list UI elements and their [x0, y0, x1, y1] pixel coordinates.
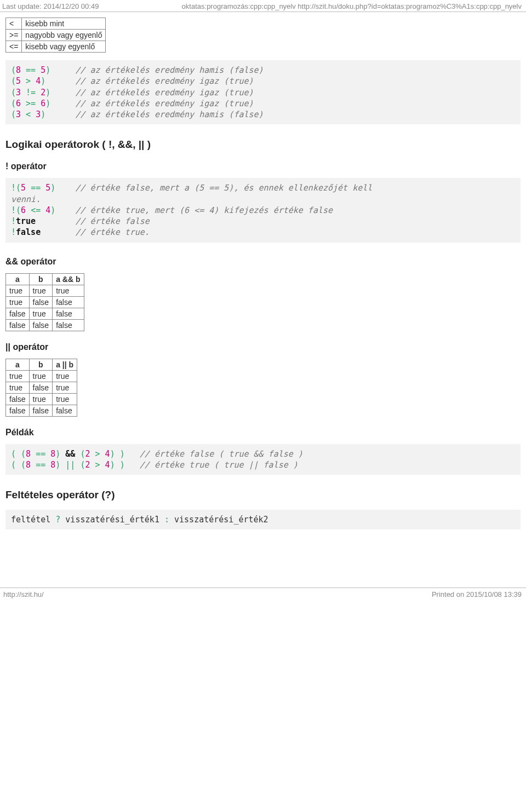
- comparison-operators-table: < kisebb mint >= nagyobb vagy egyenlő <=…: [5, 18, 106, 53]
- heading-conditional-operator: Feltételes operátor (?): [5, 489, 521, 501]
- heading-and-operator: && operátor: [5, 257, 521, 267]
- code-block-examples: ( (8 == 8) && (2 > 4) ) // értéke false …: [5, 444, 521, 475]
- desc-cell: nagyobb vagy egyenlő: [22, 30, 106, 41]
- heading-logical-operators: Logikai operátorok ( !, &&, || ): [5, 139, 521, 151]
- th-b: b: [29, 359, 53, 370]
- table-header-row: a b a && b: [6, 273, 84, 285]
- heading-not-operator: ! operátor: [5, 162, 521, 171]
- code-block-not: !(5 == 5) // értéke false, mert a (5 == …: [5, 178, 521, 242]
- table-row: truetruetrue: [6, 370, 77, 382]
- table-row: falsetruefalse: [6, 308, 84, 319]
- table-row: < kisebb mint: [6, 18, 106, 30]
- code-block-comparison: (8 == 5) // az értékelés eredmény hamis …: [5, 60, 521, 124]
- code-block-conditional: feltétel ? visszatérési_érték1 : visszat…: [5, 510, 521, 529]
- page-content: < kisebb mint >= nagyobb vagy egyenlő <=…: [0, 12, 526, 588]
- page-header: Last update: 2014/12/20 00:49 oktatas:pr…: [0, 0, 526, 12]
- op-cell: <=: [6, 41, 22, 53]
- heading-or-operator: || operátor: [5, 342, 521, 352]
- th-b: b: [29, 273, 53, 285]
- heading-examples: Példák: [5, 428, 521, 437]
- page-footer: http://szit.hu/ Printed on 2015/10/08 13…: [0, 588, 526, 602]
- table-row: falsefalsefalse: [6, 405, 77, 416]
- th-a: a: [6, 273, 30, 285]
- op-cell: <: [6, 18, 22, 30]
- footer-printed: Printed on 2015/10/08 13:39: [432, 590, 522, 598]
- table-row: falsetruetrue: [6, 393, 77, 405]
- th-result: a && b: [53, 273, 84, 285]
- table-header-row: a b a || b: [6, 359, 77, 370]
- and-truth-table: a b a && b truetruetrue truefalsefalse f…: [5, 273, 84, 331]
- desc-cell: kisebb vagy egyenlő: [22, 41, 106, 53]
- th-result: a || b: [53, 359, 77, 370]
- desc-cell: kisebb mint: [22, 18, 106, 30]
- th-a: a: [6, 359, 30, 370]
- table-row: >= nagyobb vagy egyenlő: [6, 30, 106, 41]
- last-update: Last update: 2014/12/20 00:49: [2, 2, 99, 10]
- table-row: truefalsetrue: [6, 382, 77, 393]
- table-row: falsefalsefalse: [6, 319, 84, 331]
- op-cell: >=: [6, 30, 22, 41]
- footer-url: http://szit.hu/: [3, 590, 44, 598]
- table-row: truefalsefalse: [6, 296, 84, 308]
- page-path: oktatas:programozás:cpp:cpp_nyelv http:/…: [182, 2, 522, 10]
- table-row: truetruetrue: [6, 285, 84, 296]
- or-truth-table: a b a || b truetruetrue truefalsetrue fa…: [5, 359, 77, 417]
- table-row: <= kisebb vagy egyenlő: [6, 41, 106, 53]
